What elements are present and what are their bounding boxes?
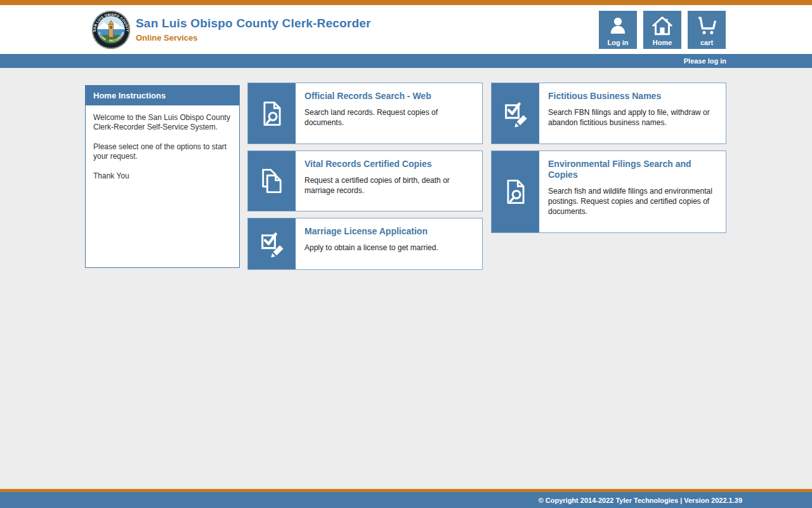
card-body: Vital Records Certified Copies Request a…	[296, 151, 482, 211]
service-description: Search land records. Request copies of d…	[304, 107, 473, 128]
card-body: Environmental Filings Search and Copies …	[539, 151, 726, 232]
checkbox-pencil-icon	[492, 83, 539, 144]
home-button[interactable]: Home	[643, 11, 681, 49]
copyright-text: © Copyright 2014-2022 Tyler Technologies…	[539, 497, 742, 504]
service-title[interactable]: Environmental Filings Search and Copies	[548, 159, 717, 180]
service-title[interactable]: Fictitious Business Names	[548, 91, 717, 102]
person-icon	[599, 15, 637, 37]
card-body: Official Records Search - Web Search lan…	[296, 83, 482, 144]
login-status-text: Please log in	[684, 57, 726, 65]
instructions-paragraph: Please select one of the options to star…	[93, 142, 232, 161]
home-icon	[643, 15, 681, 37]
page-title: San Luis Obispo County Clerk-Recorder	[136, 17, 599, 30]
service-description: Search FBN filings and apply to file, wi…	[548, 107, 717, 128]
cart-button-label: cart	[700, 39, 713, 46]
service-description: Apply to obtain a license to get married…	[304, 243, 473, 253]
status-bar: Please log in	[0, 54, 812, 68]
home-instructions-panel: Home Instructions Welcome to the San Lui…	[85, 85, 240, 268]
checkbox-pencil-icon	[248, 218, 296, 269]
service-card-marriage-license[interactable]: Marriage License Application Apply to ob…	[247, 218, 483, 270]
site-footer: © Copyright 2014-2022 Tyler Technologies…	[0, 492, 812, 508]
document-search-icon	[492, 151, 539, 232]
cart-icon	[688, 15, 726, 37]
site-header: SAN LUIS OBISPO COUNTY CLERK · RECORDER …	[0, 5, 812, 54]
instructions-paragraph: Welcome to the San Luis Obispo County Cl…	[93, 113, 232, 132]
services-column-2: Fictitious Business Names Search FBN fil…	[491, 83, 726, 233]
service-description: Search fish and wildlife filings and env…	[548, 186, 717, 217]
panel-body: Welcome to the San Luis Obispo County Cl…	[86, 105, 239, 267]
document-copies-icon	[248, 151, 296, 211]
service-title[interactable]: Marriage License Application	[304, 226, 473, 237]
panel-title: Home Instructions	[86, 86, 239, 105]
service-card-environmental-filings[interactable]: Environmental Filings Search and Copies …	[491, 150, 726, 233]
service-title[interactable]: Vital Records Certified Copies	[304, 159, 473, 170]
service-title[interactable]: Official Records Search - Web	[304, 91, 473, 102]
county-seal-logo: SAN LUIS OBISPO COUNTY CLERK · RECORDER	[91, 10, 131, 50]
service-description: Request a certified copies of birth, dea…	[304, 175, 473, 196]
document-search-icon	[248, 83, 296, 144]
login-button-label: Log in	[608, 39, 629, 46]
instructions-paragraph: Thank You	[93, 171, 232, 181]
page-subtitle: Online Services	[136, 33, 599, 43]
card-body: Fictitious Business Names Search FBN fil…	[539, 83, 726, 144]
header-actions: Log in Home	[599, 11, 726, 49]
services-column-1: Official Records Search - Web Search lan…	[247, 83, 483, 270]
service-card-vital-records[interactable]: Vital Records Certified Copies Request a…	[247, 150, 483, 211]
cart-button[interactable]: cart	[688, 11, 726, 49]
service-card-official-records[interactable]: Official Records Search - Web Search lan…	[247, 83, 483, 144]
login-button[interactable]: Log in	[599, 11, 637, 49]
home-button-label: Home	[653, 39, 672, 46]
service-card-fictitious-business-names[interactable]: Fictitious Business Names Search FBN fil…	[491, 83, 726, 144]
main-area: Home Instructions Welcome to the San Lui…	[0, 68, 812, 489]
card-body: Marriage License Application Apply to ob…	[296, 218, 482, 269]
top-accent-bar	[0, 0, 812, 5]
